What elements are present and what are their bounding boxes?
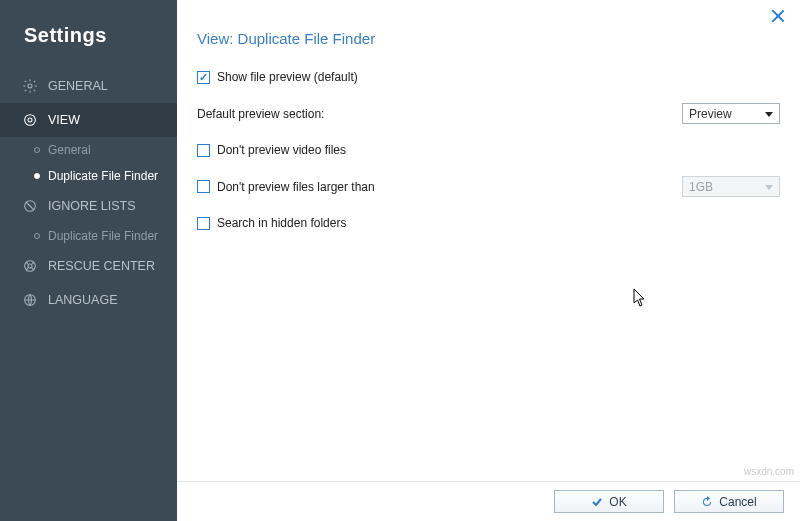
cancel-button[interactable]: Cancel xyxy=(674,490,784,513)
checkbox-label: Search in hidden folders xyxy=(217,216,346,230)
sidebar-nav: GENERAL VIEW General Duplicate File Find… xyxy=(0,69,177,317)
checkbox-icon xyxy=(197,71,210,84)
nav-label: RESCUE CENTER xyxy=(48,259,155,273)
content: View: Duplicate File Finder Show file pr… xyxy=(177,0,800,481)
select-value: Preview xyxy=(689,107,732,121)
check-icon xyxy=(591,496,603,508)
checkbox-icon xyxy=(197,180,210,193)
sub-label: Duplicate File Finder xyxy=(48,169,158,183)
svg-point-0 xyxy=(28,84,32,88)
refresh-icon xyxy=(701,496,713,508)
ban-icon xyxy=(22,198,38,214)
checkbox-icon xyxy=(197,217,210,230)
row-default-section: Default preview section: Preview xyxy=(197,103,780,124)
nav-label: IGNORE LISTS xyxy=(48,199,136,213)
checkbox-hidden[interactable]: Search in hidden folders xyxy=(197,216,346,230)
nav-label: GENERAL xyxy=(48,79,108,93)
sub-view-duplicate[interactable]: Duplicate File Finder xyxy=(0,163,177,189)
nav-ignore-lists[interactable]: IGNORE LISTS xyxy=(0,189,177,223)
main-panel: View: Duplicate File Finder Show file pr… xyxy=(177,0,800,521)
svg-point-1 xyxy=(25,115,36,126)
target-icon xyxy=(22,112,38,128)
watermark: wsxdn.com xyxy=(744,466,794,477)
globe-icon xyxy=(22,292,38,308)
sidebar: Settings GENERAL VIEW General Duplicate … xyxy=(0,0,177,521)
nav-view[interactable]: VIEW xyxy=(0,103,177,137)
select-value: 1GB xyxy=(689,180,713,194)
checkbox-show-preview[interactable]: Show file preview (default) xyxy=(197,70,358,84)
checkbox-no-large[interactable]: Don't preview files larger than xyxy=(197,180,375,194)
close-icon[interactable] xyxy=(770,8,786,24)
svg-point-5 xyxy=(28,264,32,268)
footer: OK Cancel xyxy=(177,481,800,521)
ok-button[interactable]: OK xyxy=(554,490,664,513)
lifebuoy-icon xyxy=(22,258,38,274)
nav-label: LANGUAGE xyxy=(48,293,117,307)
checkbox-label: Don't preview files larger than xyxy=(217,180,375,194)
default-section-label: Default preview section: xyxy=(197,107,324,121)
row-show-preview: Show file preview (default) xyxy=(197,67,780,87)
sub-view-general[interactable]: General xyxy=(0,137,177,163)
sub-label: General xyxy=(48,143,91,157)
checkbox-no-video[interactable]: Don't preview video files xyxy=(197,143,346,157)
nav-label: VIEW xyxy=(48,113,80,127)
checkbox-icon xyxy=(197,144,210,157)
page-title: View: Duplicate File Finder xyxy=(197,30,780,47)
size-limit-select: 1GB xyxy=(682,176,780,197)
checkbox-label: Show file preview (default) xyxy=(217,70,358,84)
nav-rescue-center[interactable]: RESCUE CENTER xyxy=(0,249,177,283)
nav-general[interactable]: GENERAL xyxy=(0,69,177,103)
row-hidden: Search in hidden folders xyxy=(197,213,780,233)
sidebar-title: Settings xyxy=(0,24,177,69)
default-section-select[interactable]: Preview xyxy=(682,103,780,124)
gear-icon xyxy=(22,78,38,94)
sub-label: Duplicate File Finder xyxy=(48,229,158,243)
row-no-large: Don't preview files larger than 1GB xyxy=(197,176,780,197)
nav-language[interactable]: LANGUAGE xyxy=(0,283,177,317)
sub-ignore-duplicate[interactable]: Duplicate File Finder xyxy=(0,223,177,249)
row-no-video: Don't preview video files xyxy=(197,140,780,160)
button-label: Cancel xyxy=(719,495,756,509)
checkbox-label: Don't preview video files xyxy=(217,143,346,157)
button-label: OK xyxy=(609,495,626,509)
svg-point-2 xyxy=(28,118,32,122)
